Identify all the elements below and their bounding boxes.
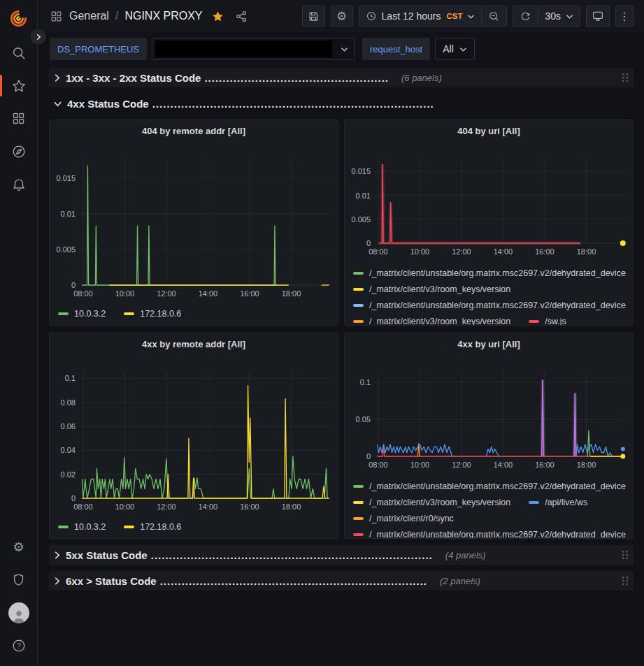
timeseries-chart[interactable]: 08:0010:0012:0014:0016:0018:0000.0050.01… — [345, 141, 633, 261]
legend-row: /_matrix/client/unstable/org.matrix.msc2… — [353, 478, 629, 494]
legend-item[interactable]: /_matrix/client/v3/room_keys/version — [353, 317, 510, 326]
timeseries-chart[interactable]: 08:0010:0012:0014:0016:0018:0000.020.040… — [50, 354, 338, 515]
breadcrumb: General / NGINX PROXY — [50, 10, 248, 23]
svg-text:18:00: 18:00 — [282, 502, 301, 511]
gear-icon[interactable]: ⚙ — [0, 530, 38, 563]
legend-label: /_matrix/client/v3/room_keys/version — [369, 498, 510, 507]
legend-row: 10.0.3.2172.18.0.6 — [58, 305, 334, 321]
sidebar-item-explore[interactable] — [0, 135, 38, 168]
legend-item[interactable]: /_matrix/client/v3/room_keys/version — [353, 498, 510, 507]
request-host-value: All — [443, 43, 454, 55]
svg-text:12:00: 12:00 — [157, 502, 176, 511]
dashboard-title[interactable]: NGINX PROXY — [124, 10, 202, 22]
legend-item[interactable]: /api/live/ws — [529, 498, 587, 507]
request-host-variable-select[interactable]: All — [435, 38, 475, 60]
svg-text:10:00: 10:00 — [115, 502, 135, 511]
save-dashboard-button[interactable] — [302, 6, 325, 27]
chart-legend: /_matrix/client/unstable/org.matrix.msc2… — [345, 261, 633, 325]
svg-text:16:00: 16:00 — [240, 289, 259, 298]
legend-label: /_matrix/client/unstable/org.matrix.msc2… — [369, 301, 626, 310]
dashboard-settings-button[interactable]: ⚙ — [331, 6, 353, 27]
sidebar-item-dashboards[interactable] — [0, 102, 38, 135]
time-range-picker[interactable]: Last 12 hours CST — [359, 6, 482, 26]
timeseries-chart[interactable]: 08:0010:0012:0014:0016:0018:0000.0050.01… — [50, 141, 338, 302]
svg-text:0.005: 0.005 — [56, 245, 76, 254]
svg-text:0: 0 — [366, 452, 371, 461]
datasource-variable-select[interactable] — [152, 38, 355, 60]
legend-item[interactable]: /sw.js — [529, 317, 566, 326]
zoom-out-button[interactable] — [481, 6, 506, 26]
svg-text:0.005: 0.005 — [351, 215, 371, 224]
monitor-icon — [592, 10, 604, 22]
datasource-variable-label[interactable]: DS_PROMETHEUS — [50, 38, 147, 60]
legend-swatch — [353, 517, 364, 520]
request-host-variable-label[interactable]: request_host — [362, 38, 430, 60]
legend-swatch — [124, 526, 134, 528]
legend-label: /_matrix/client/unstable/org.matrix.msc2… — [369, 482, 626, 491]
sidebar: ⚙ ? — [0, 0, 38, 666]
svg-text:08:00: 08:00 — [73, 502, 93, 511]
row-6xx-status-code[interactable]: 6xx > Status Code ......................… — [49, 571, 634, 591]
sidebar-item-starred[interactable] — [0, 69, 38, 102]
kebab-menu-button[interactable]: ⋮ — [615, 6, 634, 27]
svg-text:0.01: 0.01 — [61, 210, 76, 218]
panel-header[interactable]: 404 by uri [All] — [345, 120, 633, 141]
row-title: 4xx Status Code — [67, 98, 149, 110]
breadcrumb-separator: / — [115, 10, 118, 22]
redacted-value — [155, 41, 332, 57]
legend-item[interactable]: 10.0.3.2 — [58, 522, 106, 532]
svg-text:16:00: 16:00 — [535, 461, 554, 469]
share-icon[interactable] — [235, 10, 248, 23]
timeseries-chart[interactable]: 08:0010:0012:0014:0016:0018:0000.050.1 — [345, 354, 633, 475]
panel-header[interactable]: 4xx by remote addr [All] — [50, 333, 338, 354]
svg-text:0.05: 0.05 — [356, 415, 371, 424]
legend-item[interactable]: /_matrix/client/unstable/org.matrix.msc2… — [353, 268, 626, 278]
drag-handle-icon[interactable] — [622, 576, 629, 586]
panel-grid: 404 by remote addr [All] 08:0010:0012:00… — [49, 120, 634, 539]
drag-handle-icon[interactable] — [622, 550, 629, 560]
legend-label: 10.0.3.2 — [74, 309, 106, 319]
refresh-interval-picker[interactable]: 30s — [538, 6, 580, 26]
legend-row: /_matrix/client/unstable/org.matrix.msc2… — [353, 526, 629, 538]
panel-header[interactable]: 4xx by uri [All] — [345, 333, 633, 354]
panel-header[interactable]: 404 by remote addr [All] — [50, 120, 338, 141]
legend-item[interactable]: /_matrix/client/unstable/org.matrix.msc2… — [353, 530, 626, 539]
help-icon[interactable]: ? — [0, 629, 38, 662]
user-avatar[interactable] — [0, 596, 38, 629]
panel-title: 4xx by uri [All] — [457, 339, 520, 349]
grafana-app: ⚙ ? General / NGINX — [0, 0, 644, 666]
favorite-star-icon[interactable] — [211, 10, 224, 23]
legend-item[interactable]: /_matrix/client/unstable/org.matrix.msc2… — [353, 301, 626, 310]
row-title: 1xx - 3xx - 2xx Status Code — [66, 72, 201, 84]
drag-handle-icon[interactable] — [622, 73, 629, 82]
time-range-label: Last 12 hours — [382, 10, 441, 22]
row-5xx-status-code[interactable]: 5xx Status Code ........................… — [49, 545, 634, 565]
navbar: General / NGINX PROXY ⚙ — [38, 0, 644, 32]
svg-text:0.02: 0.02 — [61, 470, 76, 479]
legend-item[interactable]: 10.0.3.2 — [58, 309, 106, 319]
legend-item[interactable]: /_matrix/client/v3/room_keys/version — [353, 284, 510, 294]
panel-404-by-remote-addr: 404 by remote addr [All] 08:0010:0012:00… — [49, 120, 338, 326]
legend-item[interactable]: /_matrix/client/unstable/org.matrix.msc2… — [353, 482, 626, 491]
legend-swatch — [124, 312, 134, 315]
legend-item[interactable]: 172.18.0.6 — [124, 522, 181, 532]
row-4xx-status-code[interactable]: 4xx Status Code ........................… — [49, 94, 634, 113]
refresh-group: 30s — [513, 6, 580, 27]
panel-4xx-by-uri: 4xx by uri [All] 08:0010:0012:0014:0016:… — [344, 333, 634, 539]
sidebar-expand-button[interactable] — [29, 28, 47, 45]
row-title: 5xx Status Code — [66, 549, 148, 561]
timezone-label: CST — [446, 12, 462, 20]
legend-item[interactable]: 172.18.0.6 — [124, 309, 181, 319]
breadcrumb-folder[interactable]: General — [69, 10, 109, 22]
chart-svg: 08:0010:0012:0014:0016:0018:0000.0050.01… — [345, 141, 633, 261]
tv-mode-button[interactable] — [586, 6, 610, 27]
shield-icon[interactable] — [0, 563, 38, 596]
legend-item[interactable]: /_matrix/client/r0/sync — [353, 514, 454, 523]
refresh-button[interactable] — [513, 6, 538, 26]
svg-text:08:00: 08:00 — [368, 247, 388, 256]
legend-swatch — [353, 304, 364, 307]
row-1xx-3xx-2xx-status-code[interactable]: 1xx - 3xx - 2xx Status Code ............… — [49, 68, 634, 87]
sidebar-item-alerting[interactable] — [0, 168, 38, 201]
panel-4xx-by-remote-addr: 4xx by remote addr [All] 08:0010:0012:00… — [49, 333, 338, 539]
svg-text:0.015: 0.015 — [351, 167, 371, 175]
